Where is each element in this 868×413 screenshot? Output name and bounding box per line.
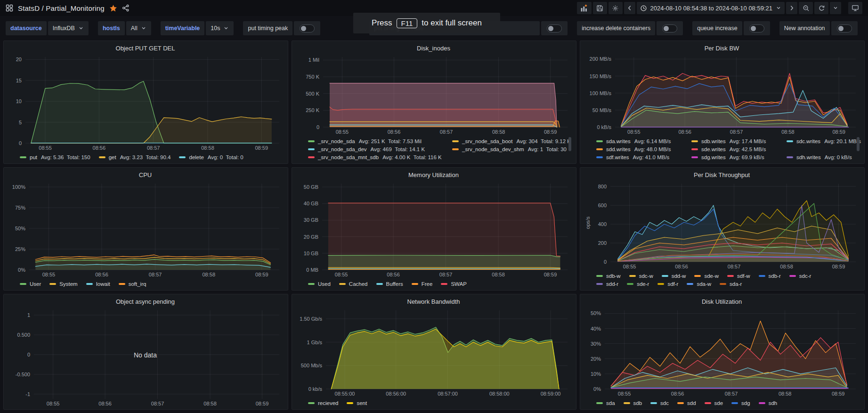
legend-label: User [30, 281, 41, 287]
legend-item-sdc[interactable]: sdc [650, 400, 669, 406]
time-range-picker[interactable]: 2024-08-10 08:54:38 to 2024-08-10 08:59:… [637, 2, 785, 14]
refresh-button[interactable] [814, 2, 828, 14]
legend-item-_srv_node_sda_mnt_sdb[interactable]: _srv_node_sda_mnt_sdbAvg: 4.00 K Total: … [308, 154, 444, 160]
toggle-switch-queue-increase[interactable] [744, 21, 770, 35]
legend-item-sdg.writes[interactable]: sdg.writesAvg: 69.9 kB/s [691, 154, 778, 160]
panel-title[interactable]: Disk_inodes [296, 43, 571, 54]
legend-item-sdd.writes[interactable]: sdd.writesAvg: 48.0 MB/s [596, 146, 683, 152]
x-axis-tick: 08:57 [147, 145, 160, 151]
legend-item-sdb-r[interactable]: sdb-r [759, 273, 781, 279]
chart-disk-utilization[interactable]: 0%10%20%30%40%50%08:5508:5608:5708:5808:… [584, 307, 860, 397]
legend-item-_srv_node_sda[interactable]: _srv_node_sdaAvg: 251 K Total: 7.53 Mil [308, 138, 444, 144]
dashboards-grid-icon[interactable] [6, 4, 13, 12]
legend-item-sdc-w[interactable]: sdc-w [629, 273, 653, 279]
chart-area-disk-inodes: 0250 K500 K750 K1 Mil08:5508:5608:5708:5… [296, 54, 571, 136]
variable-value-datasource[interactable]: InfluxDB [48, 21, 89, 35]
legend-item-_srv_node_sda_dev[interactable]: _srv_node_sda_devAvg: 469 Total: 14.1 K [308, 146, 444, 152]
toggle-switch-increase-delete-containers[interactable] [657, 21, 683, 35]
chart-object-put-get-del[interactable]: 0510152008:5508:5608:5708:5808:59 [8, 54, 283, 152]
legend-item-sde.writes[interactable]: sde.writesAvg: 42.5 MB/s [691, 146, 778, 152]
variable-value-hostls[interactable]: All [126, 21, 151, 35]
legend-item-Iowait[interactable]: Iowait [86, 281, 110, 287]
legend-item-recieved[interactable]: recieved [308, 400, 338, 406]
dashboard-title[interactable]: StatsD / Partial_Monitoring [18, 4, 105, 12]
share-icon[interactable] [122, 4, 130, 12]
legend-item-sdd-w[interactable]: sdd-w [662, 273, 686, 279]
time-shift-back-button[interactable] [624, 2, 635, 14]
legend-item-sdd-r[interactable]: sdd-r [596, 281, 618, 287]
legend-item-_srv_node_sda_boot[interactable]: _srv_node_sda_bootAvg: 304 Total: 9.12 K [452, 138, 588, 144]
add-panel-button[interactable] [577, 2, 592, 14]
legend-item-get[interactable]: getAvg: 3.23 Total: 90.4 [99, 154, 171, 160]
chevron-down-icon [223, 25, 229, 31]
legend-item-sdg[interactable]: sdg [731, 400, 750, 406]
toggle-switch-put-timing-peak[interactable] [294, 21, 320, 35]
legend-scrollbar[interactable] [857, 137, 860, 151]
legend-item-sdc.writes[interactable]: sdc.writesAvg: 20.1 MB/s [787, 138, 868, 144]
legend-row: _srv_node_sda_mnt_sdbAvg: 4.00 K Total: … [308, 153, 570, 161]
legend-item-sda-w[interactable]: sda-w [687, 281, 711, 287]
legend-label: sde [714, 400, 723, 406]
legend-item-Free[interactable]: Free [412, 281, 433, 287]
toggle-switch-put-timing-increase[interactable] [541, 21, 568, 35]
refresh-interval-dropdown[interactable] [830, 2, 841, 14]
chart-disk-inodes[interactable]: 0250 K500 K750 K1 Mil08:5508:5608:5708:5… [296, 54, 571, 136]
y-axis-tick: 500 Mb/s [301, 363, 323, 368]
kiosk-mode-button[interactable] [848, 2, 862, 14]
panel-title[interactable]: Network Bandwidth [296, 297, 571, 307]
legend-label: sdd-r [606, 281, 618, 287]
legend-item-SWAP[interactable]: SWAP [441, 281, 466, 287]
legend-item-System[interactable]: System [49, 281, 77, 287]
chart-object-async-pending[interactable]: -1-0.50000.500108:5508:5608:5708:5808:59 [8, 307, 283, 407]
panel-title[interactable]: Per Disk BW [584, 43, 860, 54]
legend-item-Buffers[interactable]: Buffers [376, 281, 403, 287]
legend-item-sdb.writes[interactable]: sdb.writesAvg: 17.4 MB/s [691, 138, 778, 144]
chevron-right-icon [788, 5, 795, 11]
legend-item-sde[interactable]: sde [705, 400, 723, 406]
chart-memory-utilization[interactable]: 0 MB10 GB20 GB30 GB40 GB50 GB08:5508:560… [296, 180, 571, 278]
legend-item-sdb[interactable]: sdb [624, 400, 642, 406]
legend-item-sdd[interactable]: sdd [677, 400, 696, 406]
chart-cpu[interactable]: 0%25%50%75%100%08:5508:5608:5708:5808:59 [8, 180, 283, 278]
legend-item-sdf.writes[interactable]: sdf.writesAvg: 41.0 MB/s [596, 154, 683, 160]
legend-item-sdh[interactable]: sdh [759, 400, 778, 406]
panel-title[interactable]: Per Disk Throughput [584, 170, 860, 180]
legend-item-Cached[interactable]: Cached [339, 281, 368, 287]
legend-item-sda-r[interactable]: sda-r [720, 281, 742, 287]
save-dashboard-button[interactable] [593, 2, 607, 14]
legend-item-User[interactable]: User [20, 281, 41, 287]
panel-title[interactable]: Disk Utilization [584, 297, 860, 307]
legend-label: Free [422, 281, 433, 287]
zoom-out-time-button[interactable] [799, 2, 813, 14]
time-shift-forward-button[interactable] [786, 2, 797, 14]
dashboard-settings-button[interactable] [608, 2, 623, 14]
legend-item-sdf-r[interactable]: sdf-r [657, 281, 678, 287]
chart-per-disk-bw[interactable]: 0 kB/s50 MB/s100 MB/s150 MB/s200 MB/s08:… [584, 54, 860, 136]
legend-item-sdb-w[interactable]: sdb-w [596, 273, 621, 279]
panel-title[interactable]: CPU [8, 170, 283, 180]
legend-item-sda.writes[interactable]: sda.writesAvg: 6.14 MB/s [596, 138, 683, 144]
legend-item-sdc-r[interactable]: sdc-r [789, 273, 811, 279]
legend-item-sdh.writes[interactable]: sdh.writesAvg: 0 kB/s [787, 154, 868, 160]
legend-item-put[interactable]: putAvg: 5.36 Total: 150 [20, 154, 90, 160]
panel-title[interactable]: Object PUT GET DEL [8, 43, 283, 54]
legend-item-soft_irq[interactable]: soft_irq [119, 281, 146, 287]
legend-item-delete[interactable]: deleteAvg: 0 Total: 0 [179, 154, 243, 160]
toggle-switch-New-annotation[interactable] [831, 21, 858, 35]
x-axis-tick: 08:59 [832, 391, 845, 397]
favorite-star-icon[interactable] [109, 4, 117, 12]
legend-item-Used[interactable]: Used [308, 281, 331, 287]
legend-item-_srv_node_sda_dev_shm[interactable]: _srv_node_sda_dev_shmAvg: 1 Total: 30 [452, 146, 588, 152]
legend-item-sda[interactable]: sda [596, 400, 615, 406]
legend-item-sent[interactable]: sent [347, 400, 367, 406]
legend-item-sdf-w[interactable]: sdf-w [727, 273, 750, 279]
legend-scrollbar[interactable] [568, 137, 571, 151]
chart-network-bandwidth[interactable]: 0 kb/s500 Mb/s1 Gb/s1.50 Gb/s08:55:0008:… [296, 307, 571, 397]
panel-title[interactable]: Object async pending [8, 297, 283, 307]
variable-value-timeVariable[interactable]: 10s [206, 21, 234, 35]
panel-title[interactable]: Memory Utilization [296, 170, 571, 180]
x-axis-tick: 08:58:00 [489, 391, 510, 397]
chart-per-disk-throughput[interactable]: 020040060080008:5508:5608:5708:5808:59op… [584, 180, 860, 270]
legend-item-sde-w[interactable]: sde-w [694, 273, 719, 279]
legend-item-sde-r[interactable]: sde-r [627, 281, 649, 287]
